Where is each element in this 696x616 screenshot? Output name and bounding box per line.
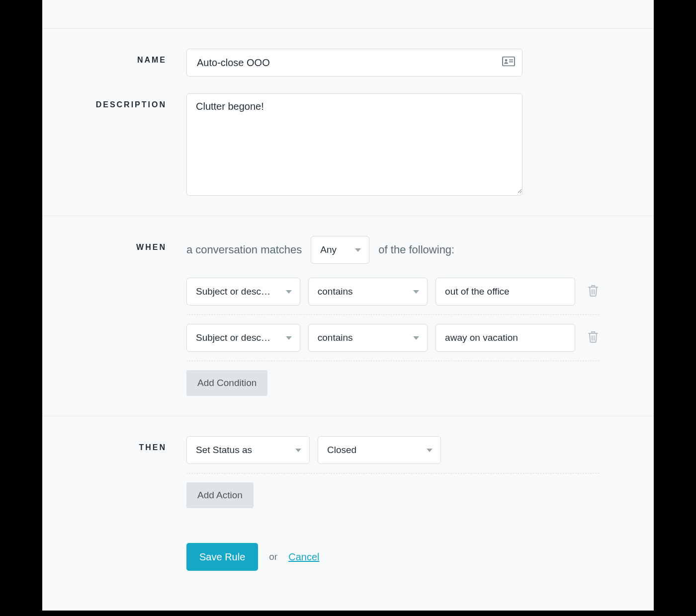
section-basics: NAME DESCRIPTION [42,29,654,216]
condition-operator-value: contains [318,286,353,297]
condition-row: Subject or desc… contains [186,278,599,315]
footer-actions: Save Rule or Cancel [186,543,599,571]
action-value-select[interactable]: Closed [318,436,441,464]
description-label: DESCRIPTION [62,93,186,109]
svg-rect-2 [509,60,513,61]
condition-field-value: Subject or desc… [196,332,270,343]
save-rule-button[interactable]: Save Rule [186,543,258,571]
condition-field-select[interactable]: Subject or desc… [186,278,300,306]
name-input-wrapper [186,49,522,77]
top-divider [42,0,654,29]
action-type-value: Set Status as [196,445,252,456]
or-text: or [269,551,277,562]
when-intro-prefix: a conversation matches [186,243,302,256]
chevron-down-icon [427,449,433,452]
cancel-link[interactable]: Cancel [288,551,319,563]
condition-operator-value: contains [318,332,353,343]
trash-icon[interactable] [587,330,599,345]
add-condition-button[interactable]: Add Condition [186,370,267,396]
add-action-button[interactable]: Add Action [186,482,254,508]
chevron-down-icon [355,248,361,252]
chevron-down-icon [413,290,419,294]
condition-value-input[interactable] [435,278,575,306]
action-row: Set Status as Closed [186,436,599,473]
svg-point-1 [505,59,508,62]
trash-icon[interactable] [587,284,599,299]
when-intro-suffix: of the following: [378,243,454,256]
rule-editor-panel: NAME DESCRIPTION [42,0,654,611]
chevron-down-icon [286,336,292,340]
match-mode-value: Any [320,244,337,255]
action-value-value: Closed [327,445,356,456]
chevron-down-icon [413,336,419,340]
svg-rect-3 [509,62,513,63]
chevron-down-icon [295,449,301,452]
contact-card-icon[interactable] [502,57,515,69]
condition-row: Subject or desc… contains [186,324,599,361]
description-input[interactable] [187,94,522,193]
action-type-select[interactable]: Set Status as [186,436,310,464]
then-label: THEN [62,436,186,452]
description-wrapper [186,93,522,196]
match-mode-select[interactable]: Any [311,236,369,264]
chevron-down-icon [286,290,292,294]
condition-field-value: Subject or desc… [196,286,270,297]
section-then: THEN Set Status as Closed Add Action Sav… [42,416,654,591]
name-label: NAME [62,49,186,65]
condition-operator-select[interactable]: contains [308,278,428,306]
condition-value-input[interactable] [435,324,575,352]
condition-field-select[interactable]: Subject or desc… [186,324,300,352]
when-label: WHEN [62,236,186,252]
when-intro: a conversation matches Any of the follow… [186,236,599,264]
name-input[interactable] [196,57,496,69]
condition-operator-select[interactable]: contains [308,324,428,352]
section-when: WHEN a conversation matches Any of the f… [42,216,654,416]
